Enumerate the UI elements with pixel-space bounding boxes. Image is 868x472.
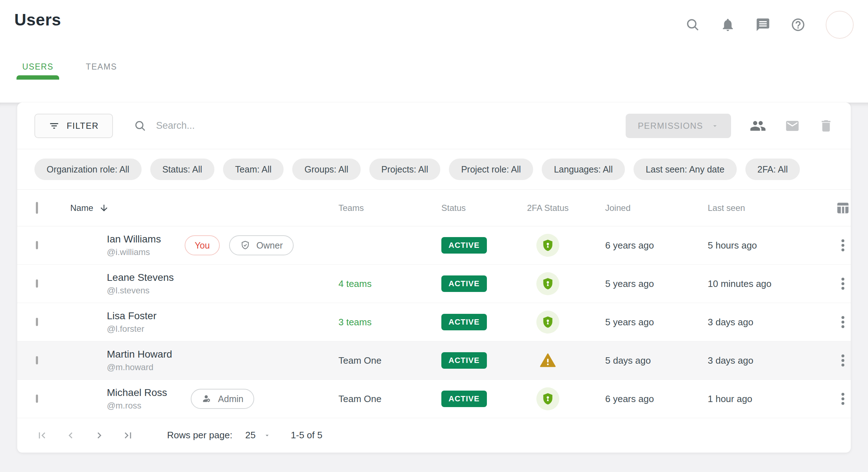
tfa-cell xyxy=(527,272,605,295)
last-seen-cell: 3 days ago xyxy=(708,317,835,328)
column-header-joined: Joined xyxy=(605,203,708,213)
status-badge: ACTIVE xyxy=(441,391,487,407)
joined-cell: 5 days ago xyxy=(605,355,708,366)
search-input[interactable] xyxy=(156,120,378,131)
table-row: Michael Ross @m.ross Admin Team One ACTI… xyxy=(17,380,851,418)
row-checkbox[interactable] xyxy=(36,356,38,364)
status-badge: ACTIVE xyxy=(441,237,487,254)
first-page-icon[interactable] xyxy=(36,429,48,442)
chip-organization-role[interactable]: Organization role: All xyxy=(34,159,142,180)
tabs: USERS TEAMS xyxy=(16,56,123,80)
status-badge: ACTIVE xyxy=(441,314,487,330)
user-name[interactable]: Ian Williams xyxy=(107,233,161,245)
shield-check-icon xyxy=(240,240,251,251)
tfa-enabled-shield-icon xyxy=(541,277,555,291)
last-seen-cell: 3 days ago xyxy=(708,355,835,366)
select-all-checkbox[interactable] xyxy=(36,202,38,214)
search-icon[interactable] xyxy=(685,17,700,32)
person-gear-icon xyxy=(201,393,212,404)
mail-icon[interactable] xyxy=(785,118,800,133)
joined-cell: 6 years ago xyxy=(605,240,708,251)
page-title: Users xyxy=(14,10,61,29)
chip-project-role[interactable]: Project role: All xyxy=(449,159,533,180)
help-icon[interactable] xyxy=(791,17,806,32)
chip-team[interactable]: Team: All xyxy=(223,159,284,180)
user-handle: @l.forster xyxy=(107,324,157,334)
user-cell: Martin Howard @m.howard xyxy=(70,349,338,372)
column-header-teams: Teams xyxy=(338,203,441,213)
filter-chips: Organization role: All Status: All Team:… xyxy=(17,149,851,190)
tab-users[interactable]: USERS xyxy=(16,56,59,80)
joined-cell: 6 years ago xyxy=(605,393,708,405)
avatar xyxy=(70,387,94,411)
chat-icon[interactable] xyxy=(755,17,770,32)
chip-last-seen[interactable]: Last seen: Any date xyxy=(634,159,737,180)
user-cell: Leane Stevens @l.stevens xyxy=(70,272,338,296)
row-checkbox[interactable] xyxy=(36,395,38,403)
user-name[interactable]: Michael Ross xyxy=(107,387,167,398)
search-icon xyxy=(134,119,147,132)
chip-languages[interactable]: Languages: All xyxy=(542,159,625,180)
status-badge: ACTIVE xyxy=(441,275,487,292)
user-handle: @i.williams xyxy=(107,247,161,257)
last-seen-cell: 1 hour ago xyxy=(708,393,835,405)
column-header-status: Status xyxy=(441,203,527,213)
search-box xyxy=(134,119,378,132)
table-row: Ian Williams @i.williams You Owner ACTIV… xyxy=(17,226,851,265)
row-checkbox[interactable] xyxy=(36,241,38,249)
previous-page-icon[interactable] xyxy=(65,429,77,442)
delete-icon[interactable] xyxy=(819,118,834,133)
column-header-last-seen: Last seen xyxy=(708,203,835,213)
rows-per-page-select[interactable]: 25 xyxy=(245,430,271,441)
chip-status[interactable]: Status: All xyxy=(150,159,214,180)
last-page-icon[interactable] xyxy=(122,429,134,442)
tfa-cell xyxy=(527,351,605,369)
teams-cell: Team One xyxy=(338,393,441,405)
permissions-button[interactable]: PERMISSIONS xyxy=(626,114,731,138)
row-menu-icon[interactable] xyxy=(835,276,851,292)
user-name[interactable]: Lisa Foster xyxy=(107,310,157,322)
users-card: FILTER PERMISSIONS xyxy=(17,103,851,453)
user-name[interactable]: Martin Howard xyxy=(107,349,172,360)
user-avatar[interactable] xyxy=(826,11,854,39)
notifications-icon[interactable] xyxy=(720,17,735,32)
row-menu-icon[interactable] xyxy=(835,353,851,368)
user-name[interactable]: Leane Stevens xyxy=(107,272,174,283)
filter-button[interactable]: FILTER xyxy=(34,114,113,138)
rows-per-page-label: Rows per page: xyxy=(167,430,232,441)
avatar xyxy=(70,233,94,257)
column-header-name[interactable]: Name xyxy=(70,203,338,213)
row-menu-icon[interactable] xyxy=(835,391,851,407)
chip-projects[interactable]: Projects: All xyxy=(369,159,441,180)
last-seen-cell: 5 hours ago xyxy=(708,240,835,251)
chip-groups[interactable]: Groups: All xyxy=(292,159,360,180)
teams-cell: Team One xyxy=(338,355,441,366)
add-to-group-icon[interactable] xyxy=(750,118,766,134)
tfa-cell xyxy=(527,234,605,257)
teams-link[interactable]: 3 teams xyxy=(338,317,372,327)
sort-desc-icon xyxy=(99,203,109,213)
table-row: Lisa Foster @l.forster 3 teams ACTIVE 5 … xyxy=(17,303,851,341)
row-menu-icon[interactable] xyxy=(835,314,851,330)
topbar-actions xyxy=(685,11,854,39)
user-cell: Ian Williams @i.williams You Owner xyxy=(70,233,338,257)
teams-link[interactable]: 4 teams xyxy=(338,278,372,289)
chip-2fa[interactable]: 2FA: All xyxy=(745,159,800,180)
table-row: Martin Howard @m.howard Team One ACTIVE … xyxy=(17,341,851,380)
table-row: Leane Stevens @l.stevens 4 teams ACTIVE … xyxy=(17,265,851,303)
tfa-enabled-shield-icon xyxy=(541,239,555,252)
chevron-down-icon xyxy=(711,122,719,130)
tab-teams[interactable]: TEAMS xyxy=(80,56,123,80)
active-tab-indicator xyxy=(16,75,59,80)
row-menu-icon[interactable] xyxy=(835,237,851,253)
column-settings-icon[interactable] xyxy=(835,200,851,216)
joined-cell: 5 years ago xyxy=(605,278,708,289)
user-handle: @m.ross xyxy=(107,401,167,411)
topbar: Users USERS TEAMS xyxy=(0,0,868,80)
chevron-down-icon xyxy=(264,432,271,439)
user-cell: Michael Ross @m.ross Admin xyxy=(70,387,338,411)
last-seen-cell: 10 minutes ago xyxy=(708,278,835,289)
next-page-icon[interactable] xyxy=(93,429,105,442)
row-checkbox[interactable] xyxy=(36,279,38,288)
row-checkbox[interactable] xyxy=(36,318,38,326)
